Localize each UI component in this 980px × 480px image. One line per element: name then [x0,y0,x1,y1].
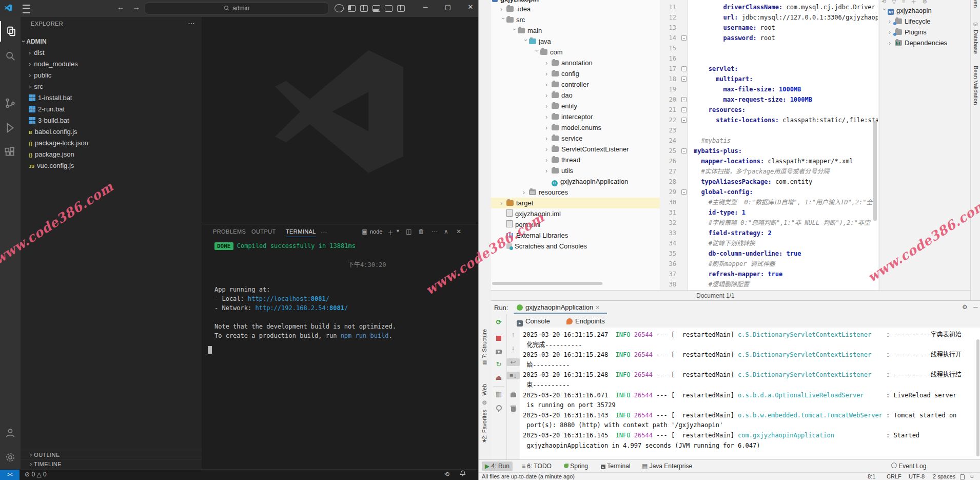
indent-setting[interactable]: 2 spaces [933,473,955,479]
tree-row-main[interactable]: ›main [491,25,660,36]
explorer-icon[interactable] [0,21,22,42]
file-encoding[interactable]: UTF-8 [909,473,925,479]
project-hscrollbar[interactable] [492,282,602,285]
split-editor-icon[interactable] [360,5,368,12]
maximize-button[interactable]: ▢ [443,3,453,11]
yaml-editor[interactable]: 1112131415161718192021222324252627282930… [660,0,878,290]
exit-icon[interactable]: ⏏ [491,374,506,381]
outline-section[interactable]: › OUTLINE [21,450,211,459]
lock-icon[interactable] [960,474,965,479]
pin-icon[interactable] [491,405,506,412]
tree-row-src[interactable]: ›src [491,14,660,25]
endpoints-view-tab[interactable]: Endpoints [565,317,605,325]
profile-icon[interactable] [335,4,344,12]
timeline-section[interactable]: › TIMELINE [21,459,211,469]
tool-button-todo[interactable]: ≡ 6: TODO [519,462,555,471]
bell-icon[interactable] [460,470,466,478]
local-url-link[interactable]: http://localhost:8081/ [248,295,329,302]
terminal-dropdown-icon[interactable]: ▼ [396,228,400,234]
soft-wrap-icon[interactable]: ↩ [506,358,520,366]
customize-layout-icon[interactable] [397,5,405,12]
tab-output[interactable]: OUTPUT [251,228,276,235]
new-terminal-icon[interactable]: ＋ [387,228,394,237]
panel-views-more-icon[interactable]: ⋯ [432,228,438,235]
explorer-item-public[interactable]: ›public [21,70,202,81]
tree-row-ServletContextListener[interactable]: ›ServletContextListener [491,144,660,155]
tool-tab-maven[interactable]: Maven [973,0,979,8]
explorer-more-icon[interactable]: ⋯ [188,19,195,27]
run-debug-icon[interactable] [0,118,21,138]
problems-status[interactable]: ⊘ 0 △ 0 [25,471,47,478]
settings-gear-icon[interactable] [0,447,21,468]
maven-dependencies-row[interactable]: ›Dependencies [879,37,971,48]
line-ending[interactable]: CRLF [887,473,901,479]
tree-row-gxjyzhaopin.iml[interactable]: gxjyzhaopin.iml [491,208,660,219]
toggle-secondary-sidebar-icon[interactable] [385,5,393,12]
close-run-tab-icon[interactable]: ✕ [595,304,600,311]
fold-marker-icon[interactable] [681,148,687,153]
fold-marker-icon[interactable] [681,97,687,102]
tree-row-service[interactable]: ›service [491,133,660,144]
down-stacktrace-icon[interactable]: ↓ [506,344,520,352]
remote-indicator[interactable]: >< [0,470,19,480]
tree-row-model.enums[interactable]: ›model.enums [491,122,660,133]
tool-button-terminal[interactable]: ▸ Terminal [598,462,633,471]
explorer-item-node_modules[interactable]: ›node_modules [21,59,202,70]
layout-grid-icon[interactable]: ▦ [491,390,506,398]
scroll-to-end-icon[interactable]: ≡↓ [506,372,520,379]
maven-plugins-row[interactable]: ›Plugins [879,27,971,37]
tree-row-pom.xml[interactable]: pom.xml [491,219,660,230]
close-button[interactable]: ✕ [466,3,475,11]
fold-marker-icon[interactable] [681,118,687,123]
maven-lifecycle-row[interactable]: ›Lifecycle [879,16,971,27]
network-url-link[interactable]: http://192.168.2.54:8081/ [255,304,348,312]
fold-marker-icon[interactable] [681,35,687,41]
tree-row-target[interactable]: ›target [491,198,660,208]
toggle-panel-icon[interactable] [373,5,380,12]
tree-row-thread[interactable]: ›thread [491,155,660,165]
tool-tab-web[interactable]: Web [481,384,487,395]
maximize-panel-icon[interactable]: ∧ [444,228,448,235]
rerun-icon[interactable]: ⟳ [491,318,506,326]
minimize-button[interactable]: ─ [421,3,430,11]
tree-row-config[interactable]: ›config [491,68,660,79]
run-config-tab[interactable]: gxjyzhaopinApplication ✕ [516,302,600,313]
stop-icon[interactable] [491,335,506,342]
explorer-item-3-build.bat[interactable]: 3-build.bat [21,115,202,126]
event-log-button[interactable]: Event Log [888,462,929,471]
tree-row-java[interactable]: ›java [491,36,660,47]
split-terminal-icon[interactable]: ◫ [406,228,411,235]
tool-tab-structure[interactable]: 7: Structure [481,329,487,358]
explorer-root-folder[interactable]: › ADMIN [23,36,200,47]
up-stacktrace-icon[interactable]: ↑ [506,331,520,338]
tree-row-resources[interactable]: ›resources [491,187,660,198]
nav-back-icon[interactable]: ← [117,3,125,11]
panel-more-icon[interactable]: ⋯ [321,228,327,236]
command-center-search[interactable]: admin [145,3,328,14]
menu-icon[interactable] [23,5,30,13]
tree-row-utils[interactable]: ›utils [491,165,660,176]
tree-row-entity[interactable]: ›entity [491,101,660,111]
fold-marker-icon[interactable] [681,189,687,195]
kill-terminal-icon[interactable]: 🗑 [418,228,424,235]
tree-row-gxjyzhaopinApplication[interactable]: CgxjyzhaopinApplication [491,176,660,187]
explorer-item-package-lock.json[interactable]: {}package-lock.json [21,138,202,149]
clear-console-trash-icon[interactable] [506,406,520,413]
fold-marker-icon[interactable] [681,66,687,71]
fold-marker-icon[interactable] [681,107,687,112]
tree-row-dao[interactable]: ›dao [491,90,660,101]
tool-button-spring[interactable]: Spring [561,462,591,471]
maven-root-row[interactable]: ›mgxjyzhaopin [879,5,971,16]
search-sidebar-icon[interactable] [0,46,21,66]
explorer-item-vue.config.js[interactable]: JSvue.config.js [21,160,202,171]
explorer-item-2-run.bat[interactable]: 2-run.bat [21,104,202,115]
tree-row-com[interactable]: ›com [491,47,660,57]
thread-dump-camera-icon[interactable] [491,348,506,356]
sync-icon[interactable]: ⟲ [444,471,449,478]
tree-row-interceptor[interactable]: ›interceptor [491,111,660,122]
tree-row-Scratches and Consoles[interactable]: Scratches and Consoles [491,241,660,252]
extensions-icon[interactable] [0,142,21,163]
explorer-item-src[interactable]: ›src [21,81,202,92]
tree-row-External Libraries[interactable]: External Libraries [491,230,660,241]
hide-run-panel-icon[interactable]: ─ [973,303,978,311]
